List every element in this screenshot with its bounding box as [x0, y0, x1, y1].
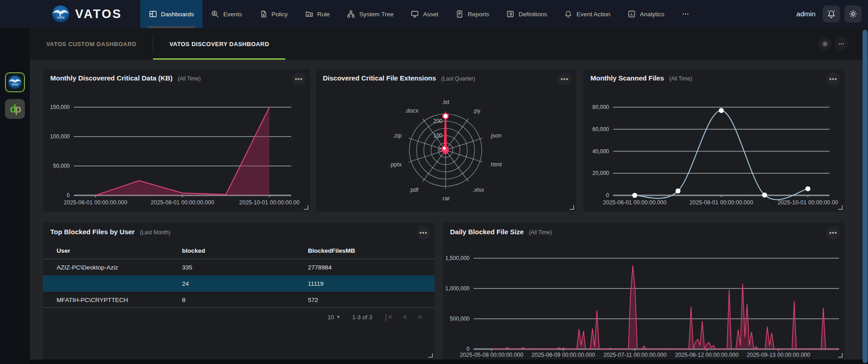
svg-text:1,000,000: 1,000,000 — [446, 285, 470, 292]
dp-logo: dp — [10, 103, 20, 115]
gear-icon — [821, 40, 829, 47]
svg-text:.html: .html — [489, 161, 502, 168]
table-row[interactable]: MFATIH-PC\CRYPTTECH8572 — [43, 292, 435, 308]
area-chart-monthly-discovered-critical-data[interactable]: 050,000100,000150,0002025-06-01 00:00:00… — [43, 84, 310, 212]
nav-item-label: Event Action — [576, 11, 610, 18]
resize-handle[interactable] — [838, 205, 843, 210]
svg-text:50,000: 50,000 — [53, 163, 70, 169]
nav-item-analytics[interactable]: Analytics — [619, 0, 673, 28]
dashboard-settings-button[interactable] — [818, 37, 832, 51]
table-row[interactable]: AZIZ-PC\Desktop-Aziz3352778984 — [43, 259, 435, 275]
resize-handle[interactable] — [304, 205, 308, 210]
pagination-range: 1-3 of 3 — [352, 314, 372, 321]
svg-text:500,000: 500,000 — [450, 316, 470, 322]
nav-item-reports[interactable]: Reports — [447, 0, 498, 28]
table-divider — [43, 307, 435, 308]
reports-icon — [456, 10, 464, 18]
card-discovered-critical-file-extensions: Discovered Critical File Extensions (Las… — [316, 69, 576, 212]
nav-item-asset[interactable]: Asset — [402, 0, 447, 28]
card-period: (Last Quarter) — [441, 76, 475, 82]
dashboard-more-button[interactable] — [834, 37, 848, 51]
card-head: Monthly Discovered Critical Data (KB) (A… — [50, 74, 288, 82]
svg-text:2025-10-01 00:00:00.00: 2025-10-01 00:00:00.00 — [239, 199, 299, 206]
line-chart-monthly-scanned-files[interactable]: 020,00040,00060,00080,0002025-06-01 00:0… — [583, 84, 844, 212]
svg-text:40,000: 40,000 — [592, 148, 609, 155]
card-menu-button[interactable]: ••• — [417, 226, 430, 240]
vatos-app-icon: VATOS — [7, 75, 23, 90]
app-icon-dp[interactable]: dp — [5, 99, 25, 119]
card-period: (All Time) — [178, 76, 201, 82]
nav-item-rule[interactable]: Rule — [297, 0, 339, 28]
svg-text:0: 0 — [67, 192, 70, 199]
next-page-icon[interactable]: > — [418, 313, 422, 321]
asset-icon — [411, 10, 419, 18]
nav-item-label: Analytics — [640, 11, 664, 18]
card-top-blocked-files-by-user: Top Blocked Files by User (Last Month) •… — [43, 222, 435, 359]
nav-item-policy[interactable]: Policy — [251, 0, 297, 28]
resize-handle[interactable] — [838, 353, 843, 358]
svg-text:VATOS: VATOS — [11, 84, 18, 86]
column-header-blocked: blocked — [182, 247, 205, 254]
svg-text:2025-06-01 00:00:00.000: 2025-06-01 00:00:00.000 — [64, 199, 127, 206]
svg-text:100: 100 — [433, 132, 442, 139]
svg-text:20,000: 20,000 — [592, 170, 609, 176]
nav-item-label: Rule — [317, 11, 330, 18]
svg-text:1,500,000: 1,500,000 — [446, 255, 470, 261]
dashboard-tabs: VATOS CUSTOM DASHBOARD VATOS DISCOVERY D… — [30, 28, 868, 60]
svg-text:100,000: 100,000 — [50, 133, 70, 140]
page-size-value: 10 — [327, 314, 334, 321]
svg-text:.pdf: .pdf — [409, 187, 418, 193]
brand[interactable]: VATOS VATOS — [51, 4, 122, 24]
svg-text:.xlsx: .xlsx — [473, 187, 484, 193]
tab-vatos-discovery-dashboard[interactable]: VATOS DISCOVERY DASHBOARD — [153, 28, 285, 60]
policy-icon — [259, 10, 268, 18]
svg-text:2025-09-13 00:00:00.000: 2025-09-13 00:00:00.000 — [747, 352, 810, 358]
brand-name: VATOS — [75, 7, 122, 21]
card-monthly-scanned-files: Monthly Scanned Files (All Time) ••• 020… — [583, 69, 844, 212]
settings-button[interactable] — [844, 5, 862, 23]
column-header-user: User — [57, 247, 70, 254]
blocked-files-table: UserblockedBlockedFilesMBAZIZ-PC\Desktop… — [43, 242, 435, 308]
svg-text:2025-08-01 00:00:00.000: 2025-08-01 00:00:00.000 — [690, 199, 753, 206]
svg-text:80,000: 80,000 — [592, 104, 609, 110]
area-chart-daily-blocked-file-size[interactable]: 0500,0001,000,0001,500,0002025-05-08 00:… — [443, 238, 844, 359]
svg-text:60,000: 60,000 — [592, 126, 609, 132]
nav-item-system-tree[interactable]: System Tree — [338, 0, 402, 28]
nav-item-label: Definitions — [518, 11, 547, 18]
card-period: (All Time) — [529, 229, 552, 236]
prev-page-icon[interactable]: < — [403, 313, 407, 321]
radar-chart-file-extensions[interactable]: .txt.py.json.html.xlsx.rar.pdf.pptx.zip.… — [316, 84, 576, 212]
nav-item-dashboards[interactable]: Dashboards — [140, 0, 203, 28]
svg-text:2025-10-01 00:00:00.00: 2025-10-01 00:00:00.00 — [777, 199, 838, 206]
card-period: (Last Month) — [140, 229, 170, 236]
table-header-row: UserblockedBlockedFilesMB — [43, 242, 435, 259]
svg-text:150,000: 150,000 — [50, 104, 70, 110]
events-icon — [211, 10, 219, 18]
notifications-button[interactable] — [823, 5, 840, 23]
nav-item-definitions[interactable]: Definitions — [498, 0, 556, 28]
user-name: admin — [796, 10, 815, 18]
table-cell: 8 — [182, 297, 186, 303]
vertical-scrollbar-thumb[interactable] — [863, 30, 868, 363]
nav-item-more[interactable] — [673, 0, 698, 28]
app-icon-vatos[interactable]: VATOS — [5, 72, 25, 92]
nav-item-event-action[interactable]: Event Action — [556, 0, 619, 28]
svg-text:.py: .py — [473, 108, 480, 114]
page-size-select[interactable]: 10 ▼ — [327, 314, 340, 321]
nav-item-label: System Tree — [359, 11, 393, 18]
table-cell: AZIZ-PC\Desktop-Aziz — [57, 264, 118, 271]
resize-handle[interactable] — [428, 353, 433, 358]
more-icon — [681, 10, 690, 18]
nav-item-label: Asset — [423, 11, 438, 18]
table-row[interactable]: 2411119 — [43, 275, 435, 292]
analytics-icon — [628, 10, 636, 18]
card-daily-blocked-file-size: Daily Blocked File Size (All Time) ••• 0… — [443, 222, 844, 359]
svg-text:.rar: .rar — [441, 195, 450, 202]
resize-handle[interactable] — [570, 205, 574, 210]
first-page-icon[interactable]: |< — [384, 313, 392, 321]
rule-icon — [305, 10, 313, 18]
nav-item-events[interactable]: Events — [202, 0, 250, 28]
tab-vatos-custom-dashboard[interactable]: VATOS CUSTOM DASHBOARD — [30, 28, 153, 60]
card-title: Daily Blocked File Size — [450, 228, 524, 236]
svg-text:.zip: .zip — [393, 132, 402, 139]
